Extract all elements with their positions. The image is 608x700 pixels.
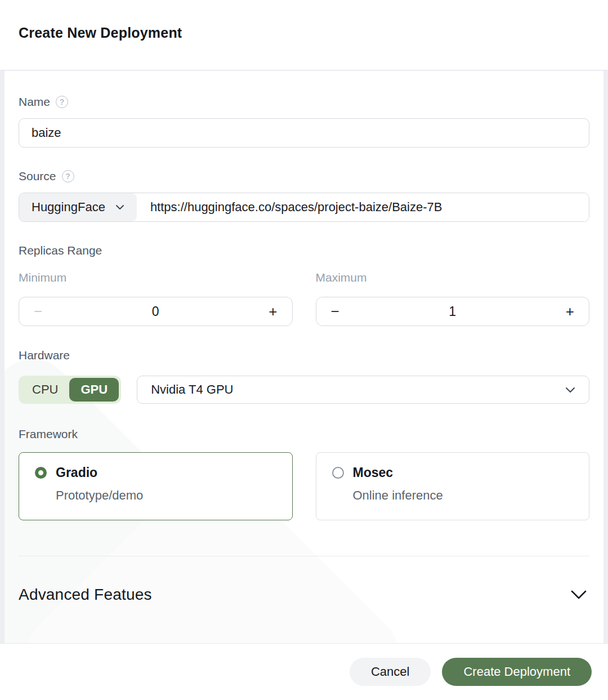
replicas-range-label: Replicas Range bbox=[19, 244, 102, 257]
hardware-option-gpu[interactable]: GPU bbox=[69, 378, 119, 402]
minimum-stepper: − 0 + bbox=[19, 297, 293, 326]
framework-description: Online inference bbox=[332, 488, 574, 503]
minimum-label: Minimum bbox=[19, 271, 293, 284]
cancel-button[interactable]: Cancel bbox=[350, 658, 431, 686]
framework-card-mosec[interactable]: Mosec Online inference bbox=[316, 452, 590, 520]
help-icon[interactable]: ? bbox=[62, 170, 74, 182]
radio-selected-icon[interactable] bbox=[35, 467, 47, 479]
modal-header: Create New Deployment bbox=[0, 0, 608, 70]
gpu-model-value: Nvidia T4 GPU bbox=[151, 382, 233, 397]
minimum-increment-button[interactable]: + bbox=[265, 304, 280, 319]
source-provider-dropdown[interactable]: HuggingFace bbox=[19, 193, 137, 221]
hardware-option-cpu[interactable]: CPU bbox=[21, 378, 69, 402]
maximum-decrement-button[interactable]: − bbox=[328, 304, 343, 319]
maximum-value: 1 bbox=[449, 304, 456, 319]
modal-body: Name ? Source ? HuggingFace bbox=[5, 71, 603, 643]
replicas-section: Replicas Range Minimum − 0 + Maximum − 1 bbox=[19, 222, 589, 326]
framework-description: Prototype/demo bbox=[35, 488, 276, 503]
radio-unselected-icon[interactable] bbox=[332, 467, 344, 479]
name-section: Name ? bbox=[19, 71, 589, 148]
framework-name: Mosec bbox=[353, 465, 394, 480]
hardware-label: Hardware bbox=[19, 349, 70, 362]
source-combo: HuggingFace bbox=[19, 193, 589, 222]
advanced-features-toggle[interactable]: Advanced Featues bbox=[19, 556, 589, 604]
hardware-section: Hardware CPU GPU Nvidia T4 GPU bbox=[19, 326, 589, 404]
source-section: Source ? HuggingFace bbox=[19, 148, 589, 222]
maximum-stepper: − 1 + bbox=[316, 297, 590, 326]
name-label: Name bbox=[19, 95, 50, 109]
source-label: Source bbox=[19, 170, 56, 183]
framework-card-gradio[interactable]: Gradio Prototype/demo bbox=[19, 452, 293, 520]
framework-label: Framework bbox=[19, 427, 78, 441]
modal-footer: Cancel Create Deployment bbox=[0, 643, 608, 700]
chevron-down-icon bbox=[115, 204, 124, 210]
maximum-label: Maximum bbox=[316, 271, 590, 284]
source-provider-value: HuggingFace bbox=[32, 200, 105, 215]
minimum-value: 0 bbox=[152, 304, 159, 319]
create-deployment-button[interactable]: Create Deployment bbox=[442, 658, 592, 686]
replicas-maximum-group: Maximum − 1 + bbox=[316, 271, 590, 326]
advanced-features-label: Advanced Featues bbox=[19, 586, 152, 604]
gpu-model-select[interactable]: Nvidia T4 GPU bbox=[137, 376, 589, 404]
help-icon[interactable]: ? bbox=[56, 96, 68, 108]
hardware-toggle: CPU GPU bbox=[19, 376, 121, 404]
replicas-minimum-group: Minimum − 0 + bbox=[19, 271, 293, 326]
framework-section: Framework Gradio Prototype/demo Mosec On… bbox=[19, 404, 589, 520]
create-deployment-modal: { "header": { "title": "Create New Deplo… bbox=[0, 0, 608, 700]
minimum-decrement-button[interactable]: − bbox=[30, 304, 46, 319]
chevron-down-icon bbox=[565, 387, 575, 393]
name-input[interactable] bbox=[19, 118, 589, 148]
maximum-increment-button[interactable]: + bbox=[562, 304, 578, 319]
source-url-input[interactable] bbox=[137, 193, 589, 221]
page-title: Create New Deployment bbox=[19, 25, 589, 41]
chevron-down-icon bbox=[570, 590, 587, 600]
framework-name: Gradio bbox=[56, 465, 97, 480]
